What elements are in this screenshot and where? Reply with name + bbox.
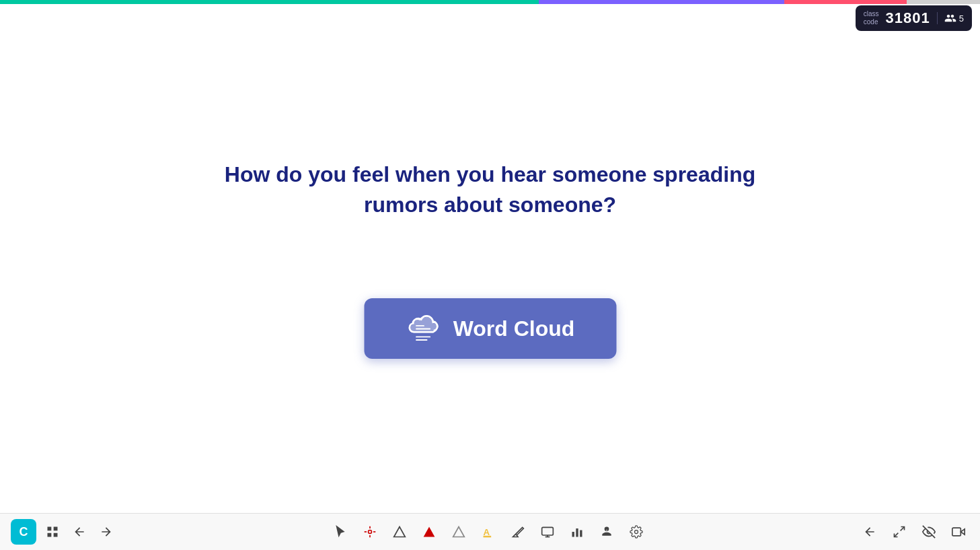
question-text: How do you feel when you hear someone sp… (188, 160, 793, 220)
laser-tool-button[interactable] (359, 521, 381, 543)
laser-icon (363, 525, 377, 539)
chart-button[interactable] (566, 521, 588, 543)
screen-cast-button[interactable] (948, 521, 969, 543)
classcraft-logo-button[interactable]: C (11, 519, 36, 545)
svg-point-21 (634, 530, 638, 534)
triangle-yellow-icon (452, 525, 465, 539)
main-content: How do you feel when you hear someone sp… (0, 4, 980, 510)
triangle-outline-icon (393, 525, 406, 539)
eraser-icon (511, 525, 525, 539)
prev-nav-icon (863, 525, 876, 539)
toolbar-left-section: C (11, 519, 117, 545)
screen-cast-icon (952, 525, 965, 539)
triangle-outline-button[interactable] (389, 521, 410, 543)
chart-icon (570, 525, 584, 539)
bottom-toolbar: C (0, 513, 980, 550)
word-cloud-icon (406, 310, 443, 347)
screen-icon (541, 525, 554, 539)
word-cloud-label: Word Cloud (453, 316, 575, 341)
hide-button[interactable] (918, 521, 940, 543)
highlight-button[interactable]: A (478, 521, 499, 543)
toolbar-right-section (859, 521, 969, 543)
select-tool-button[interactable] (330, 521, 351, 543)
prev-nav-button[interactable] (859, 521, 880, 543)
triangle-filled-icon (422, 525, 436, 539)
svg-text:A: A (483, 527, 490, 537)
svg-rect-16 (572, 532, 574, 537)
expand-button[interactable] (889, 521, 910, 543)
triangle-yellow-button[interactable] (448, 521, 469, 543)
highlight-icon: A (482, 525, 495, 539)
expand-icon (893, 525, 906, 539)
select-icon (334, 525, 347, 539)
triangle-filled-button[interactable] (418, 521, 440, 543)
svg-rect-25 (952, 528, 961, 536)
svg-line-12 (515, 534, 517, 535)
settings-tool-button[interactable] (626, 521, 647, 543)
svg-rect-11 (483, 536, 491, 538)
eraser-button[interactable] (507, 521, 529, 543)
back-icon (73, 525, 86, 539)
svg-rect-17 (576, 528, 578, 537)
forward-icon (100, 525, 113, 539)
svg-rect-13 (541, 527, 553, 535)
person-button[interactable] (596, 521, 617, 543)
forward-button[interactable] (96, 521, 117, 543)
grid-icon (46, 525, 59, 539)
screen-button[interactable] (537, 521, 558, 543)
svg-line-23 (895, 533, 899, 537)
grid-button[interactable] (42, 521, 63, 543)
hide-icon (922, 525, 936, 539)
toolbar-center-section: A (117, 521, 859, 543)
back-button[interactable] (69, 521, 90, 543)
svg-line-22 (901, 527, 905, 531)
person-icon (600, 525, 613, 539)
svg-point-5 (368, 530, 371, 534)
settings-icon (630, 525, 643, 539)
word-cloud-button[interactable]: Word Cloud (364, 298, 616, 359)
svg-rect-18 (580, 530, 582, 537)
